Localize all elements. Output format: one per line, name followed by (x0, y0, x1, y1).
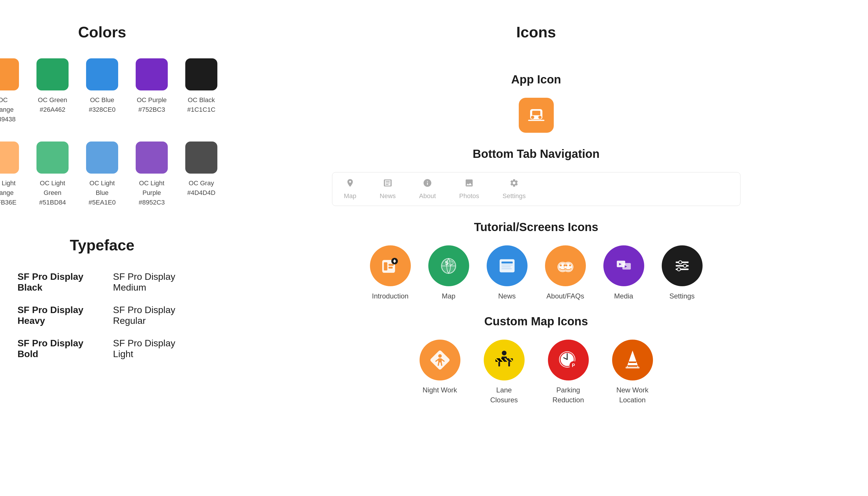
news-icon-tutorial (495, 254, 519, 278)
type-light: SF Pro Display Light (113, 338, 187, 359)
tab-map-label: Map (344, 192, 357, 200)
color-label-light-green: OC Light Green#51BD84 (36, 178, 68, 207)
news-tutorial-label: News (498, 292, 515, 300)
svg-rect-15 (501, 262, 512, 263)
color-swatch-orange (0, 58, 19, 91)
new-work-location-label: New WorkLocation (616, 385, 648, 405)
color-item-blue: OC Blue#328CE0 (86, 58, 118, 124)
type-medium: SF Pro Display Medium (113, 272, 187, 293)
photos-tab-icon (465, 178, 474, 190)
parking-reduction-label: ParkingReduction (552, 385, 584, 405)
svg-rect-14 (499, 259, 514, 273)
parking-reduction-icon: P (554, 345, 583, 375)
app-icon-subtitle: App Icon (332, 73, 741, 86)
svg-rect-17 (501, 266, 511, 267)
color-label-light-orange: OC Light Orange#FFB36E (0, 178, 19, 207)
svg-text:5: 5 (445, 260, 448, 266)
about-icon (554, 254, 577, 278)
tutorial-icon-news: News (487, 245, 527, 300)
media-tutorial-label: Media (614, 292, 633, 300)
media-icon (612, 254, 635, 278)
introduction-label: Introduction (372, 292, 408, 300)
svg-rect-18 (501, 268, 511, 269)
tutorial-icons-row: Introduction 5 C Map (332, 245, 741, 300)
color-item-green: OC Green#26A462 (36, 58, 68, 124)
tutorial-icon-settings: Settings (662, 245, 702, 300)
settings-tutorial-label: Settings (669, 292, 695, 300)
svg-rect-45 (498, 362, 500, 367)
type-heavy: SF Pro Display Heavy (17, 305, 90, 326)
map-icon-parking-reduction: P ParkingReduction (548, 340, 589, 405)
bottom-nav-subtitle: Bottom Tab Navigation (332, 148, 741, 160)
tab-about[interactable]: About (419, 178, 436, 200)
color-swatch-light-blue (86, 141, 118, 174)
svg-rect-7 (388, 264, 393, 266)
svg-point-32 (679, 261, 682, 264)
night-work-circle (420, 340, 461, 381)
tab-map[interactable]: Map (344, 178, 357, 200)
tutorial-icon-map: 5 C Map (428, 245, 469, 300)
custom-map-subtitle: Custom Map Icons (332, 315, 741, 328)
typeface-section: Typeface SF Pro Display Black SF Pro Dis… (17, 236, 187, 359)
news-tab-icon (383, 178, 392, 190)
train-icon (526, 105, 546, 125)
new-work-location-icon (618, 345, 647, 375)
typeface-col-left: SF Pro Display Black SF Pro Display Heav… (17, 272, 90, 359)
lane-closures-label: LaneClosures (490, 385, 518, 405)
svg-text:P: P (572, 363, 575, 368)
app-icon-container (332, 98, 741, 133)
svg-text:C: C (450, 261, 452, 265)
app-icon (519, 98, 554, 133)
right-panel: Icons App Icon Bottom Tab Navigation (204, 0, 868, 496)
lane-closures-icon (490, 345, 519, 375)
about-circle (545, 245, 586, 286)
svg-point-2 (531, 115, 534, 119)
typeface-col-right: SF Pro Display Medium SF Pro Display Reg… (113, 272, 187, 359)
svg-point-36 (438, 354, 442, 358)
color-swatch-light-green (36, 141, 68, 174)
tutorial-icon-introduction: Introduction (370, 245, 411, 300)
svg-rect-28 (622, 263, 631, 269)
svg-rect-46 (508, 362, 510, 367)
type-regular: SF Pro Display Regular (113, 305, 187, 326)
parking-reduction-circle: P (548, 340, 589, 381)
color-row-1: OC Orange#F89438 OC Green#26A462 OC Blue… (0, 58, 217, 124)
color-swatch-blue (86, 58, 118, 91)
map-circle: 5 C (428, 245, 469, 286)
settings-circle (662, 245, 702, 286)
colors-grid: OC Orange#F89438 OC Green#26A462 OC Blue… (0, 58, 217, 207)
typeface-title: Typeface (17, 236, 187, 254)
map-icons-row: Night Work (332, 340, 741, 405)
icons-title: Icons (516, 24, 556, 41)
color-item-light-purple: OC Light Purple#8952C3 (136, 141, 168, 207)
tab-settings-label: Settings (502, 192, 526, 200)
svg-rect-56 (625, 367, 639, 369)
color-item-light-orange: OC Light Orange#FFB36E (0, 141, 19, 207)
svg-rect-16 (501, 264, 512, 265)
tab-news[interactable]: News (379, 178, 396, 200)
svg-point-3 (538, 115, 542, 119)
color-row-2: OC Light Orange#FFB36E OC Light Green#51… (0, 141, 217, 207)
map-icon-new-work-location: New WorkLocation (612, 340, 653, 405)
svg-point-25 (565, 264, 567, 266)
svg-point-24 (563, 264, 565, 266)
color-swatch-purple (136, 58, 168, 91)
svg-point-26 (569, 264, 571, 266)
map-icon-tutorial: 5 C (436, 253, 461, 278)
media-circle (603, 245, 644, 286)
tutorial-icon-media: Media (603, 245, 644, 300)
color-swatch-light-orange (0, 141, 19, 174)
night-work-label: Night Work (422, 385, 457, 395)
icons-section: App Icon Bottom Tab Navigation Ma (332, 58, 741, 405)
color-swatch-light-purple (136, 141, 168, 174)
tab-about-label: About (419, 192, 436, 200)
tab-settings[interactable]: Settings (502, 178, 526, 200)
settings-tab-icon (509, 178, 519, 190)
lane-closures-circle (484, 340, 525, 381)
svg-rect-1 (532, 111, 540, 115)
type-black: SF Pro Display Black (17, 272, 90, 293)
tab-photos[interactable]: Photos (459, 178, 479, 200)
tab-news-label: News (379, 192, 396, 200)
color-item-purple: OC Purple#752BC3 (136, 58, 168, 124)
map-tutorial-label: Map (442, 292, 455, 300)
